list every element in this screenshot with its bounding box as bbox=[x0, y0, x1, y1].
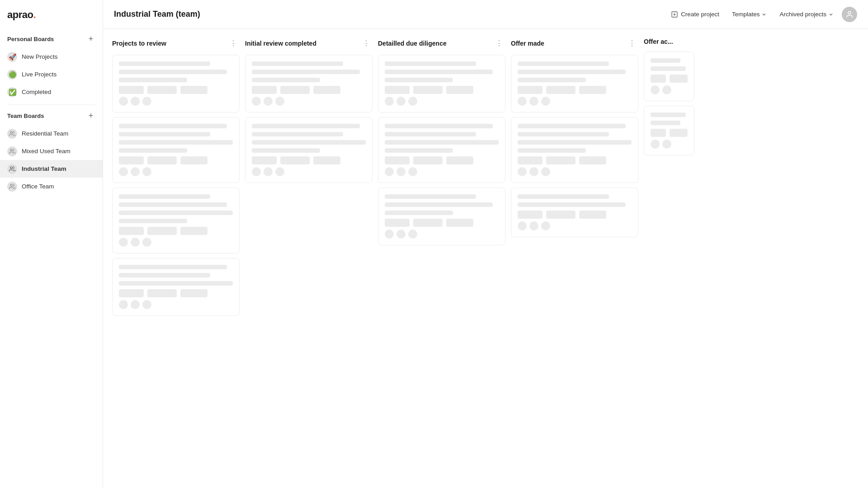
add-team-board-button[interactable]: + bbox=[86, 111, 95, 120]
skeleton-card bbox=[245, 117, 373, 183]
sidebar: aprao. Personal Boards + 🚀 New Projects … bbox=[0, 0, 103, 488]
skeleton-line bbox=[119, 132, 210, 136]
column-header-offer-made: Offer made ⋮ bbox=[509, 38, 640, 55]
skeleton-avatar bbox=[408, 167, 417, 176]
live-projects-avatar: 🟢 bbox=[7, 70, 17, 80]
skeleton-tag bbox=[252, 86, 277, 94]
sidebar-item-new-projects[interactable]: 🚀 New Projects ⋮ bbox=[0, 48, 103, 66]
templates-button[interactable]: Templates bbox=[727, 8, 772, 20]
skeleton-line bbox=[119, 265, 227, 269]
skeleton-tag bbox=[280, 86, 310, 94]
sidebar-item-industrial-team[interactable]: Industrial Team ⋮ bbox=[0, 160, 103, 178]
column-header-initial-review: Initial review completed ⋮ bbox=[243, 38, 374, 55]
skeleton-tag bbox=[546, 156, 576, 164]
skeleton-tag bbox=[119, 289, 144, 297]
skeleton-avatars bbox=[252, 97, 366, 106]
skeleton-avatar bbox=[142, 97, 151, 106]
skeleton-line bbox=[518, 78, 586, 82]
residential-team-avatar bbox=[7, 129, 17, 139]
skeleton-card bbox=[644, 52, 694, 101]
svg-point-1 bbox=[10, 149, 13, 151]
skeleton-avatar bbox=[385, 167, 394, 176]
team-boards-section-header: Team Boards + bbox=[0, 108, 103, 123]
skeleton-line bbox=[252, 78, 320, 82]
skeleton-line bbox=[385, 132, 476, 136]
svg-point-2 bbox=[10, 166, 13, 169]
skeleton-card bbox=[511, 117, 638, 183]
skeleton-avatars bbox=[119, 167, 233, 176]
column-menu-button[interactable]: ⋮ bbox=[360, 38, 373, 48]
skeleton-avatar bbox=[396, 167, 406, 176]
skeleton-avatar bbox=[408, 230, 417, 239]
skeleton-avatar bbox=[119, 97, 128, 106]
sidebar-item-mixed-used-team[interactable]: Mixed Used Team ⋮ bbox=[0, 142, 103, 160]
skeleton-avatars bbox=[651, 85, 688, 94]
skeleton-avatar bbox=[529, 167, 538, 176]
archived-projects-button[interactable]: Archived projects bbox=[775, 8, 838, 20]
add-personal-board-button[interactable]: + bbox=[86, 34, 95, 43]
sidebar-item-completed[interactable]: ✅ Completed ⋮ bbox=[0, 83, 103, 101]
sidebar-item-office-team[interactable]: Office Team ⋮ bbox=[0, 178, 103, 195]
skeleton-avatar bbox=[651, 140, 660, 149]
sidebar-item-residential-team[interactable]: Residential Team ⋮ bbox=[0, 125, 103, 142]
skeleton-avatar bbox=[119, 300, 128, 309]
skeleton-line bbox=[518, 70, 626, 74]
skeleton-tag bbox=[280, 156, 310, 164]
skeleton-tags bbox=[252, 156, 366, 164]
skeleton-tags bbox=[518, 211, 632, 219]
skeleton-tag bbox=[579, 156, 606, 164]
skeleton-tag bbox=[579, 86, 606, 94]
skeleton-avatar bbox=[131, 167, 140, 176]
archived-chevron-icon bbox=[828, 12, 834, 17]
skeleton-tags bbox=[385, 156, 499, 164]
skeleton-tag bbox=[518, 156, 542, 164]
skeleton-card bbox=[378, 55, 505, 113]
skeleton-avatar bbox=[662, 140, 671, 149]
skeleton-card bbox=[112, 117, 240, 183]
skeleton-line bbox=[518, 61, 609, 66]
column-content-initial-review bbox=[243, 55, 374, 479]
logo-text: aprao bbox=[7, 9, 33, 21]
skeleton-tag bbox=[147, 86, 177, 94]
column-content-offer-accepted bbox=[642, 52, 696, 479]
column-detailed-due-diligence: Detailled due diligence ⋮ bbox=[376, 38, 507, 479]
skeleton-avatar bbox=[264, 97, 273, 106]
mixed-used-team-avatar bbox=[7, 146, 17, 156]
skeleton-line bbox=[252, 140, 366, 145]
skeleton-tags bbox=[518, 156, 632, 164]
live-projects-icon: 🟢 bbox=[9, 71, 16, 78]
user-avatar[interactable] bbox=[842, 7, 857, 22]
skeleton-tag bbox=[119, 227, 144, 235]
board-area: Projects to review ⋮ bbox=[103, 29, 868, 488]
column-content-projects-to-review bbox=[110, 55, 241, 479]
sidebar-item-label: Mixed Used Team bbox=[22, 148, 80, 155]
skeleton-line bbox=[385, 202, 493, 207]
skeleton-avatar bbox=[119, 238, 128, 247]
skeleton-line bbox=[518, 140, 632, 145]
sidebar-item-live-projects[interactable]: 🟢 Live Projects ⋮ bbox=[0, 66, 103, 83]
skeleton-avatar bbox=[275, 167, 284, 176]
skeleton-card bbox=[511, 55, 638, 113]
skeleton-avatar bbox=[385, 97, 394, 106]
column-menu-button[interactable]: ⋮ bbox=[626, 38, 638, 48]
skeleton-line bbox=[119, 194, 210, 199]
skeleton-tag bbox=[546, 211, 576, 219]
skeleton-card bbox=[378, 188, 505, 245]
skeleton-tag bbox=[651, 75, 666, 83]
skeleton-avatar bbox=[131, 300, 140, 309]
create-project-button[interactable]: Create project bbox=[666, 8, 724, 21]
create-project-label: Create project bbox=[681, 11, 719, 18]
skeleton-tags bbox=[651, 75, 688, 83]
skeleton-avatar bbox=[541, 221, 550, 230]
skeleton-tag bbox=[670, 75, 688, 83]
skeleton-card bbox=[511, 188, 638, 237]
skeleton-tag bbox=[446, 156, 473, 164]
skeleton-avatars bbox=[119, 300, 233, 309]
skeleton-avatar bbox=[142, 300, 151, 309]
column-menu-button[interactable]: ⋮ bbox=[493, 38, 505, 48]
skeleton-avatars bbox=[252, 167, 366, 176]
skeleton-line bbox=[119, 140, 233, 145]
skeleton-line bbox=[651, 66, 686, 71]
column-menu-button[interactable]: ⋮ bbox=[227, 38, 240, 48]
skeleton-avatar bbox=[396, 230, 406, 239]
